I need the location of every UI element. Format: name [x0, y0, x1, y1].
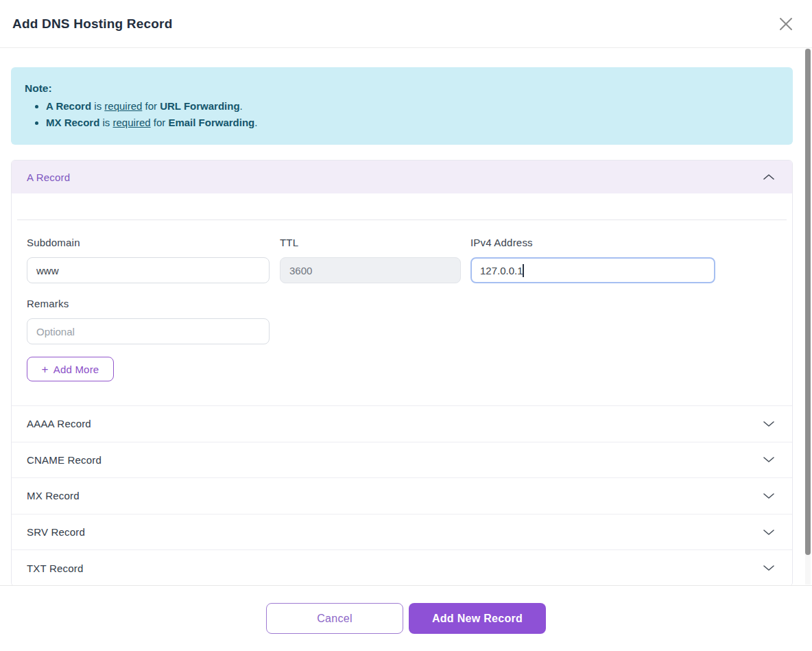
note-item-mx-record: MX Record is required for Email Forwardi…	[46, 115, 779, 131]
close-button[interactable]	[776, 14, 796, 34]
note-text: is	[99, 117, 112, 128]
note-text: .	[254, 117, 257, 128]
add-new-record-button[interactable]: Add New Record	[409, 603, 546, 634]
chevron-down-icon	[763, 565, 775, 571]
note-text: .	[240, 100, 243, 112]
record-accordion: A Record Subdomain TTL	[11, 160, 793, 587]
note-heading: Note:	[25, 80, 779, 97]
plus-icon: +	[42, 364, 49, 375]
ipv4-input-wrap	[470, 257, 715, 283]
ttl-input	[280, 257, 461, 283]
note-text: is	[91, 100, 104, 112]
note-item-a-record: A Record is required for URL Forwarding.	[46, 98, 779, 115]
panel-divider	[17, 193, 787, 220]
ipv4-field-group: IPv4 Address	[470, 237, 715, 283]
note-feature-name: URL Forwarding	[160, 100, 239, 112]
note-text: for	[142, 100, 160, 112]
subdomain-label: Subdomain	[27, 237, 280, 248]
note-required-text: required	[104, 100, 142, 112]
accordion-header-a-record[interactable]: A Record	[12, 161, 792, 193]
accordion-label: CNAME Record	[27, 454, 102, 466]
scrollbar-thumb[interactable]	[805, 49, 811, 555]
accordion-label: MX Record	[27, 490, 80, 501]
a-record-form: Subdomain TTL IPv4 Address	[12, 220, 792, 405]
ttl-label: TTL	[280, 237, 470, 248]
accordion-header-mx-record[interactable]: MX Record	[12, 477, 792, 514]
accordion-header-aaaa-record[interactable]: AAAA Record	[12, 405, 792, 442]
subdomain-field-group: Subdomain	[27, 237, 280, 283]
cancel-button[interactable]: Cancel	[266, 603, 403, 634]
note-record-name: MX Record	[46, 117, 99, 128]
add-more-label: Add More	[53, 364, 99, 375]
subdomain-input[interactable]	[27, 257, 270, 283]
chevron-up-icon	[763, 174, 775, 180]
chevron-down-icon	[763, 493, 775, 499]
accordion-header-srv-record[interactable]: SRV Record	[12, 514, 792, 550]
modal-footer: Cancel Add New Record	[0, 585, 812, 651]
ipv4-input[interactable]	[470, 257, 715, 283]
modal-header: Add DNS Hosting Record	[0, 0, 812, 48]
accordion-label: TXT Record	[27, 563, 84, 574]
note-box: Note: A Record is required for URL Forwa…	[11, 67, 793, 145]
accordion-label: AAAA Record	[27, 418, 91, 429]
add-more-button[interactable]: + Add More	[27, 357, 114, 381]
chevron-down-icon	[763, 529, 775, 536]
chevron-down-icon	[763, 421, 775, 427]
modal-body: Note: A Record is required for URL Forwa…	[0, 48, 812, 585]
note-feature-name: Email Forwarding	[168, 117, 254, 128]
text-caret	[523, 264, 524, 277]
note-record-name: A Record	[46, 100, 91, 112]
note-required-text: required	[113, 117, 151, 128]
ttl-field-group: TTL	[280, 237, 470, 283]
a-record-panel: Subdomain TTL IPv4 Address	[12, 193, 792, 405]
accordion-header-txt-record[interactable]: TXT Record	[12, 549, 792, 586]
accordion-header-cname-record[interactable]: CNAME Record	[12, 442, 792, 478]
remarks-label: Remarks	[27, 298, 280, 309]
ipv4-label: IPv4 Address	[470, 237, 715, 248]
note-text: for	[151, 117, 169, 128]
scrollbar-track[interactable]	[805, 49, 811, 584]
close-icon	[778, 16, 793, 32]
chevron-down-icon	[763, 456, 775, 463]
remarks-field-group: Remarks	[27, 298, 280, 344]
remarks-input[interactable]	[27, 318, 270, 344]
accordion-label: SRV Record	[27, 526, 85, 538]
page-title: Add DNS Hosting Record	[12, 16, 172, 32]
note-list: A Record is required for URL Forwarding.…	[25, 98, 779, 131]
accordion-label: A Record	[27, 171, 70, 183]
